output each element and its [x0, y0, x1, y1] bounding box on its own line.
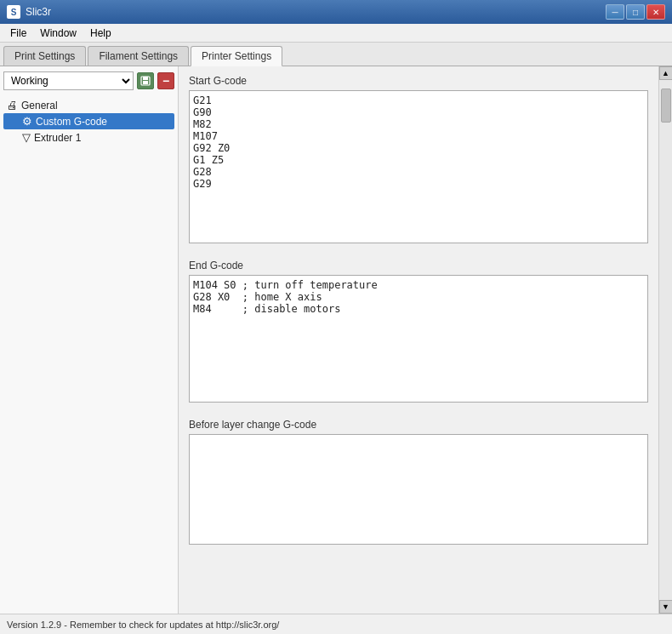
main-scrollbar[interactable]: ▲ ▼ — [658, 66, 672, 614]
sidebar: Working − 🖨 General ⚙ Custom G-code ▽ — [0, 66, 179, 614]
end-gcode-label: End G-code — [189, 260, 648, 271]
svg-rect-1 — [143, 77, 148, 80]
before-layer-gcode-label: Before layer change G-code — [189, 419, 648, 431]
sidebar-item-general[interactable]: 🖨 General — [3, 97, 174, 113]
tab-print-settings[interactable]: Print Settings — [3, 46, 86, 66]
content-area: Start G-code End G-code Before layer cha… — [179, 66, 658, 614]
start-gcode-textarea[interactable] — [189, 90, 648, 243]
general-icon: 🖨 — [7, 99, 18, 111]
sidebar-item-extruder1[interactable]: ▽ Extruder 1 — [3, 129, 174, 146]
sidebar-item-general-label: General — [21, 100, 58, 111]
scroll-up-arrow[interactable]: ▲ — [659, 66, 673, 80]
profile-save-button[interactable] — [137, 72, 154, 89]
menu-bar: File Window Help — [0, 24, 672, 43]
tab-filament-settings[interactable]: Filament Settings — [88, 46, 189, 66]
profile-delete-button[interactable]: − — [157, 72, 174, 89]
extruder1-icon: ▽ — [22, 131, 31, 144]
sidebar-item-custom-gcode[interactable]: ⚙ Custom G-code — [3, 113, 174, 129]
minimize-button[interactable]: ─ — [606, 4, 624, 20]
sidebar-item-extruder1-label: Extruder 1 — [34, 132, 81, 144]
menu-help[interactable]: Help — [83, 26, 118, 41]
menu-window[interactable]: Window — [33, 26, 83, 41]
custom-gcode-icon: ⚙ — [22, 115, 32, 128]
menu-file[interactable]: File — [3, 26, 33, 41]
scroll-down-arrow[interactable]: ▼ — [659, 600, 673, 614]
maximize-button[interactable]: □ — [626, 4, 645, 20]
main-container: Working − 🖨 General ⚙ Custom G-code ▽ — [0, 66, 672, 614]
app-icon: S — [7, 5, 20, 19]
scroll-thumb[interactable] — [661, 89, 671, 123]
close-button[interactable]: ✕ — [646, 4, 665, 20]
tabs-bar: Print Settings Filament Settings Printer… — [0, 43, 672, 66]
status-bar: Version 1.2.9 - Remember to check for up… — [0, 614, 672, 634]
tab-printer-settings[interactable]: Printer Settings — [191, 46, 282, 66]
profile-row: Working − — [3, 71, 174, 90]
end-gcode-textarea[interactable] — [189, 275, 648, 403]
start-gcode-label: Start G-code — [189, 75, 648, 87]
svg-rect-2 — [143, 81, 148, 84]
title-bar-left: S Slic3r — [7, 5, 51, 19]
window-controls: ─ □ ✕ — [606, 4, 665, 20]
sidebar-item-custom-gcode-label: Custom G-code — [36, 116, 107, 128]
scroll-track — [660, 80, 672, 600]
before-layer-gcode-section: Before layer change G-code — [189, 419, 648, 547]
app-title: Slic3r — [26, 6, 51, 18]
end-gcode-section: End G-code — [189, 260, 648, 405]
profile-select[interactable]: Working — [3, 71, 134, 90]
title-bar: S Slic3r ─ □ ✕ — [0, 0, 672, 24]
status-text: Version 1.2.9 - Remember to check for up… — [7, 620, 279, 630]
before-layer-gcode-textarea[interactable] — [189, 434, 648, 545]
start-gcode-section: Start G-code — [189, 75, 648, 246]
